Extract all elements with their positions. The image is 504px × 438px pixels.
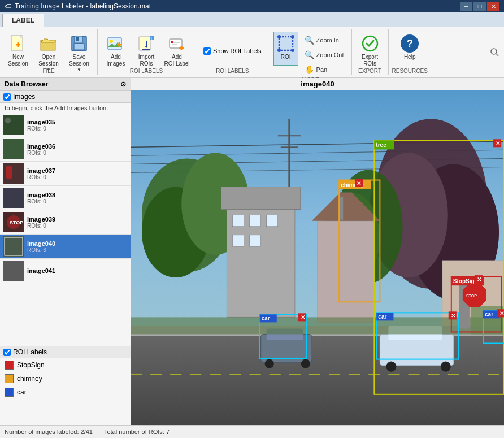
svg-text:STOP: STOP	[10, 220, 23, 225]
ribbon: NewSession OpenSession	[0, 27, 504, 78]
titlebar-title: Training Image Labeler - labelingSession…	[15, 2, 151, 10]
save-session-icon	[70, 34, 88, 53]
image-list[interactable]: image035 ROIs: 0 image036 ROIs: 0	[0, 113, 131, 346]
image-item-selected[interactable]: image040 ROIs: 6	[0, 235, 131, 259]
open-session-button[interactable]: OpenSession	[34, 32, 63, 66]
ribbon-right	[486, 29, 504, 75]
image-canvas[interactable]: STOP car ✕ chimney ✕ StopSign ✕	[131, 90, 504, 425]
roi-labels-section-header: ROI Labels	[0, 346, 131, 358]
image-item-name: image035	[27, 119, 55, 125]
svg-rect-82	[340, 197, 343, 220]
svg-text:✕: ✕	[499, 310, 504, 316]
image-item[interactable]: image041	[0, 259, 131, 283]
new-session-label: NewSession	[8, 54, 28, 67]
search-icon	[490, 48, 499, 57]
new-session-button[interactable]: NewSession	[3, 32, 33, 66]
svg-text:tree: tree	[376, 142, 386, 148]
help-label: Help	[404, 54, 416, 60]
svg-text:✕: ✕	[451, 313, 455, 319]
svg-rect-80	[131, 317, 504, 334]
maximize-button[interactable]: □	[473, 2, 486, 11]
zoom-out-button[interactable]: 🔍 Zoom Out	[301, 49, 348, 61]
svg-point-74	[265, 359, 274, 368]
image-item[interactable]: image037 ROIs: 0	[0, 162, 131, 186]
svg-rect-63	[267, 215, 278, 227]
image-item-name: image036	[27, 143, 55, 150]
export-rois-button[interactable]: ExportROIs	[355, 32, 385, 66]
pan-icon: ✋	[305, 65, 314, 74]
resources-group-label: RESOURCES	[392, 67, 428, 75]
roi-labels-checkbox[interactable]	[3, 349, 11, 356]
add-images-button[interactable]: AddImages	[101, 32, 131, 66]
svg-point-26	[277, 49, 281, 52]
help-button[interactable]: ? Help	[395, 32, 424, 66]
titlebar-left: 🏷 Training Image Labeler - labelingSessi…	[5, 2, 151, 10]
svg-point-32	[5, 118, 11, 123]
images-section: Images To begin, click the Add Images bu…	[0, 91, 131, 346]
image-item-info: image035 ROIs: 0	[27, 119, 55, 132]
ribbon-roi-items: AddImages ↓ ImportROIs	[101, 29, 192, 67]
svg-rect-35	[6, 166, 12, 179]
svg-rect-33	[3, 139, 24, 159]
zoom-in-button[interactable]: 🔍 Zoom In	[301, 34, 348, 46]
add-images-label: AddImages	[107, 54, 125, 67]
add-images-icon	[107, 34, 125, 53]
image-item[interactable]: image038 ROIs: 0	[0, 186, 131, 210]
image-item-info: image041	[27, 267, 55, 274]
svg-rect-20	[171, 41, 173, 43]
import-rois-button[interactable]: ↓ ImportROIs	[132, 32, 161, 66]
image-title: image040	[131, 78, 504, 90]
pan-button[interactable]: ✋ Pan	[301, 63, 348, 76]
svg-point-27	[291, 49, 294, 52]
roi-group-label: ROI LABELS	[130, 67, 163, 75]
roi-color-box	[5, 361, 14, 370]
roi-labels-section: ROI Labels StopSign chimney car	[0, 346, 131, 425]
ribbon-group-resources: ? Help RESOURCES	[389, 29, 431, 75]
import-rois-icon: ↓	[137, 34, 155, 53]
roi-mode-button[interactable]: ROI	[273, 32, 298, 66]
image-item[interactable]: image036 ROIs: 0	[0, 137, 131, 162]
content-area: image040	[131, 78, 504, 425]
minimize-button[interactable]: ─	[460, 2, 472, 11]
image-thumb: STOP	[3, 212, 24, 232]
images-checkbox[interactable]	[3, 93, 11, 101]
image-item-rois: ROIs: 6	[27, 247, 55, 253]
roi-label-item[interactable]: chimney	[0, 372, 131, 385]
show-roi-labels-input[interactable]	[203, 47, 211, 55]
image-thumb	[3, 163, 24, 184]
roi-labels-section-label: ROI Labels	[13, 348, 47, 356]
roi-label-item[interactable]: car	[0, 385, 131, 399]
show-roi-labels-checkbox[interactable]: Show ROI Labels	[199, 45, 266, 57]
zoom-out-icon: 🔍	[305, 50, 314, 59]
images-labeled-status: Number of images labeled: 2/41	[5, 428, 93, 435]
image-item[interactable]: image035 ROIs: 0	[0, 113, 131, 137]
show-roi-labels-label: Show ROI Labels	[213, 47, 262, 54]
app-icon: 🏷	[5, 2, 11, 10]
ribbon-export-items: ExportROIs	[355, 29, 385, 67]
svg-text:car: car	[378, 314, 386, 320]
ribbon-group-export: ExportROIs EXPORT	[352, 29, 389, 75]
svg-rect-23	[279, 37, 293, 50]
titlebar-controls: ─ □ ✕	[460, 2, 499, 11]
svg-text:STOP: STOP	[466, 294, 477, 298]
data-browser-label: Data Browser	[5, 80, 48, 88]
roi-label-item[interactable]: StopSign	[0, 358, 131, 372]
zoom-out-label: Zoom Out	[316, 51, 344, 58]
images-section-header: Images	[0, 91, 131, 103]
save-session-button[interactable]: SaveSession	[64, 32, 94, 66]
ribbon-group-roi-labels: Show ROI Labels ROI LABELS	[195, 29, 270, 75]
data-browser-collapse-icon[interactable]: ⊙	[120, 80, 126, 88]
svg-point-79	[441, 362, 451, 372]
svg-text:↓: ↓	[151, 36, 154, 41]
image-item[interactable]: STOP image039 ROIs: 0	[0, 210, 131, 235]
image-item-rois: ROIs: 0	[27, 174, 55, 180]
hint-text: To begin, click the Add Images button.	[0, 103, 131, 113]
export-rois-label: ExportROIs	[362, 54, 378, 67]
sidebar: Data Browser ⊙ Images To begin, click th…	[0, 78, 131, 425]
svg-text:car: car	[485, 311, 493, 318]
main-layout: Data Browser ⊙ Images To begin, click th…	[0, 78, 504, 425]
close-button[interactable]: ✕	[487, 2, 499, 11]
add-roi-label-button[interactable]: AddROI Label	[162, 32, 192, 66]
open-session-label: OpenSession	[38, 54, 59, 67]
tab-label[interactable]: LABEL	[2, 14, 44, 27]
